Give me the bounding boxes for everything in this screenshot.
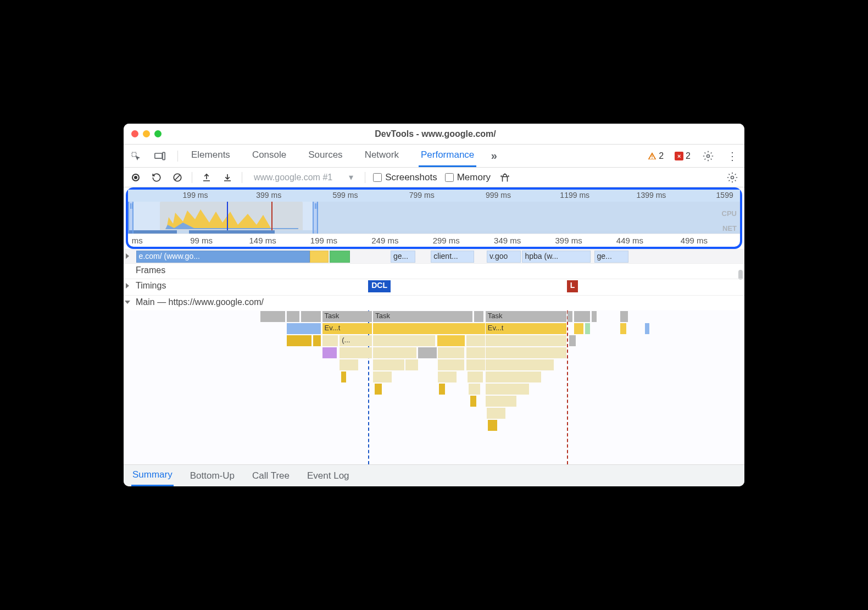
upload-icon[interactable] bbox=[200, 171, 213, 184]
network-request[interactable] bbox=[310, 251, 329, 263]
overview-body[interactable]: CPU NET bbox=[128, 202, 740, 234]
flame-block[interactable] bbox=[287, 323, 321, 334]
recording-select[interactable]: www.google.com #1 ▾ bbox=[250, 170, 357, 184]
flame-block[interactable] bbox=[486, 359, 554, 370]
flame-block[interactable] bbox=[574, 311, 589, 322]
flame-block[interactable] bbox=[287, 311, 299, 322]
memory-checkbox[interactable]: Memory bbox=[445, 172, 491, 183]
download-icon[interactable] bbox=[221, 171, 234, 184]
maximize-window-button[interactable] bbox=[154, 130, 162, 137]
network-request[interactable] bbox=[330, 251, 350, 263]
inspect-element-icon[interactable] bbox=[129, 149, 142, 163]
flame-block[interactable] bbox=[373, 359, 404, 370]
detail-tab-event-log[interactable]: Event Log bbox=[306, 466, 350, 486]
flame-block[interactable] bbox=[418, 347, 437, 358]
flame-block[interactable] bbox=[373, 323, 485, 334]
flame-block[interactable] bbox=[645, 323, 649, 334]
flame-block[interactable]: (... bbox=[340, 335, 372, 346]
disclosure-triangle-icon[interactable] bbox=[125, 301, 130, 304]
tab-sources[interactable]: Sources bbox=[306, 145, 344, 167]
tab-console[interactable]: Console bbox=[250, 145, 288, 167]
flame-chart[interactable]: TaskTaskTaskEv...tEv...t(... bbox=[124, 310, 744, 464]
minimize-window-button[interactable] bbox=[143, 130, 150, 137]
clear-icon[interactable] bbox=[171, 171, 184, 184]
close-window-button[interactable] bbox=[131, 130, 138, 137]
detail-tab-call-tree[interactable]: Call Tree bbox=[251, 466, 291, 486]
device-toolbar-icon[interactable] bbox=[153, 149, 166, 163]
flame-block[interactable] bbox=[373, 371, 392, 382]
flame-block[interactable]: Ev...t bbox=[322, 323, 372, 334]
flame-block[interactable] bbox=[341, 371, 346, 382]
flame-block[interactable] bbox=[469, 384, 480, 395]
kebab-menu-icon[interactable]: ⋮ bbox=[726, 149, 739, 163]
flame-block[interactable] bbox=[313, 335, 321, 346]
flame-block[interactable] bbox=[438, 359, 465, 370]
flame-block[interactable] bbox=[569, 335, 575, 346]
flame-block[interactable] bbox=[340, 359, 358, 370]
overview-handle-left[interactable] bbox=[128, 202, 133, 234]
settings-gear-icon[interactable] bbox=[702, 149, 715, 163]
screenshots-checkbox[interactable]: Screenshots bbox=[373, 172, 437, 183]
flame-block[interactable] bbox=[287, 335, 311, 346]
flame-block[interactable] bbox=[373, 347, 416, 358]
flame-block[interactable] bbox=[466, 347, 485, 358]
reload-icon[interactable] bbox=[150, 171, 163, 184]
flame-block[interactable] bbox=[470, 396, 476, 407]
network-request[interactable]: ge... bbox=[391, 251, 415, 263]
flame-block[interactable] bbox=[438, 347, 465, 358]
flame-block[interactable] bbox=[585, 323, 590, 334]
flame-block[interactable] bbox=[620, 311, 628, 322]
flame-block[interactable]: Task bbox=[322, 311, 372, 322]
more-tabs-icon[interactable]: » bbox=[487, 149, 500, 163]
flame-block[interactable] bbox=[592, 311, 597, 322]
network-request[interactable]: v.goo bbox=[487, 251, 521, 263]
flame-block[interactable]: Task bbox=[486, 311, 566, 322]
flame-block[interactable] bbox=[620, 323, 626, 334]
flame-block[interactable] bbox=[486, 335, 566, 346]
flame-block[interactable] bbox=[340, 347, 372, 358]
flame-block[interactable] bbox=[567, 311, 572, 322]
flame-block[interactable]: Ev...t bbox=[486, 323, 566, 334]
flame-block[interactable] bbox=[488, 420, 497, 431]
record-icon[interactable] bbox=[129, 171, 142, 184]
warnings-badge[interactable]: 2 bbox=[648, 151, 664, 161]
flame-block[interactable] bbox=[405, 359, 418, 370]
flame-block[interactable] bbox=[487, 408, 505, 419]
flame-block[interactable] bbox=[322, 335, 338, 346]
flame-block[interactable] bbox=[486, 396, 517, 407]
flame-block[interactable] bbox=[260, 311, 285, 322]
network-request[interactable]: e.com/ (www.go... bbox=[136, 251, 310, 263]
network-request[interactable]: client... bbox=[431, 251, 474, 263]
garbage-collect-icon[interactable] bbox=[498, 171, 511, 184]
tab-elements[interactable]: Elements bbox=[189, 145, 232, 167]
flame-block[interactable] bbox=[375, 384, 382, 395]
overview-handle-right[interactable] bbox=[313, 202, 318, 234]
tab-network[interactable]: Network bbox=[363, 145, 401, 167]
flame-block[interactable] bbox=[486, 347, 566, 358]
flame-block[interactable] bbox=[574, 323, 583, 334]
flame-block[interactable] bbox=[373, 335, 435, 346]
flame-block[interactable] bbox=[466, 359, 485, 370]
track-timings[interactable]: Timings DCL L bbox=[124, 279, 744, 295]
capture-settings-gear-icon[interactable] bbox=[726, 171, 739, 184]
track-frames[interactable]: Frames bbox=[124, 263, 744, 279]
network-request[interactable]: hpba (w... bbox=[522, 251, 590, 263]
overview-timeline[interactable]: 199 ms399 ms599 ms799 ms999 ms1199 ms139… bbox=[126, 187, 742, 249]
dcl-marker[interactable]: DCL bbox=[368, 280, 391, 292]
flame-block[interactable] bbox=[466, 335, 485, 346]
flame-block[interactable] bbox=[439, 384, 445, 395]
flame-block[interactable] bbox=[301, 311, 321, 322]
network-request[interactable]: ge... bbox=[594, 251, 628, 263]
load-marker[interactable]: L bbox=[567, 280, 578, 292]
flame-block[interactable] bbox=[438, 371, 457, 382]
track-network[interactable]: Network e.com/ (www.go...ge...client...v… bbox=[124, 249, 744, 263]
flame-block[interactable] bbox=[468, 371, 483, 382]
track-main[interactable]: Main — https://www.google.com/ bbox=[124, 295, 744, 310]
flame-block[interactable] bbox=[474, 311, 483, 322]
tab-performance[interactable]: Performance bbox=[419, 145, 476, 167]
flame-block[interactable] bbox=[486, 371, 542, 382]
detail-tab-summary[interactable]: Summary bbox=[131, 465, 174, 486]
detail-tab-bottom-up[interactable]: Bottom-Up bbox=[189, 466, 236, 486]
flame-block[interactable]: Task bbox=[373, 311, 472, 322]
flame-block[interactable] bbox=[322, 347, 337, 358]
